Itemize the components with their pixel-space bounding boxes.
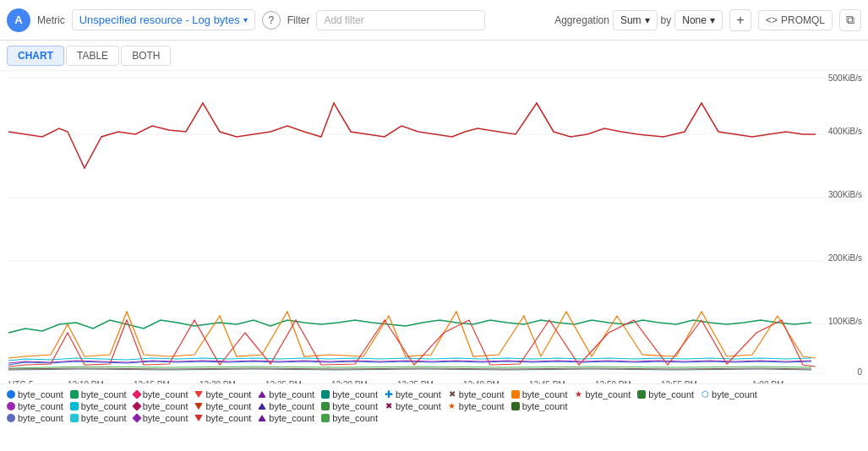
legend-dot-icon — [511, 402, 520, 410]
legend-label: byte_count — [522, 401, 568, 411]
legend-item: ✖ byte_count — [448, 389, 505, 399]
legend-item: byte_count — [7, 413, 63, 423]
svg-text:200KiB/s: 200KiB/s — [828, 253, 862, 263]
legend-item: byte_count — [258, 401, 314, 411]
chart-area: 500KiB/s 400KiB/s 300KiB/s 200KiB/s 100K… — [0, 71, 868, 383]
svg-text:300KiB/s: 300KiB/s — [828, 190, 862, 199]
legend-row-3: byte_count byte_count byte_count byte_co… — [7, 413, 861, 423]
legend-item: byte_count — [511, 401, 568, 411]
tab-both[interactable]: BOTH — [121, 46, 171, 66]
svg-text:500KiB/s: 500KiB/s — [828, 73, 862, 83]
avatar: A — [7, 8, 30, 32]
svg-text:400KiB/s: 400KiB/s — [828, 127, 862, 136]
metric-select[interactable]: Unspecified resource - Log bytes ▾ — [72, 9, 255, 30]
legend-label: byte_count — [18, 389, 63, 399]
legend-dot-icon — [194, 403, 203, 410]
legend-dot-icon — [7, 402, 15, 410]
svg-text:12:40 PM: 12:40 PM — [463, 380, 500, 383]
tab-table[interactable]: TABLE — [66, 46, 119, 66]
copy-icon: ⧉ — [846, 13, 854, 27]
legend-dot-icon: ⬡ — [701, 390, 709, 399]
legend-item: byte_count — [7, 401, 63, 411]
add-button[interactable]: + — [729, 9, 751, 31]
promql-icon: <> — [766, 14, 778, 26]
legend-dot-icon — [132, 413, 141, 422]
legend-item: byte_count — [321, 389, 378, 399]
legend-item: ✚ byte_count — [385, 389, 441, 399]
metric-label: Metric — [37, 14, 65, 26]
legend-label: byte_count — [269, 389, 314, 399]
legend-item: byte_count — [258, 413, 314, 423]
tab-chart[interactable]: CHART — [7, 46, 64, 66]
promql-button[interactable]: <> PROMQL — [758, 10, 833, 30]
legend-dot-icon — [132, 401, 141, 410]
legend-label: byte_count — [269, 401, 314, 411]
aggregation-chevron-icon: ▾ — [645, 14, 650, 26]
legend-dot-icon: ✚ — [385, 390, 393, 399]
svg-text:0: 0 — [857, 367, 862, 377]
none-chevron-icon: ▾ — [710, 14, 715, 26]
promql-label: PROMQL — [781, 14, 825, 26]
legend-dot-icon — [194, 415, 203, 421]
help-button[interactable]: ? — [262, 11, 281, 30]
aggregation-select[interactable]: Sum ▾ — [613, 10, 658, 30]
legend-dot-icon — [321, 402, 330, 410]
legend-label: byte_count — [459, 401, 505, 411]
legend-item: ★ byte_count — [448, 401, 505, 411]
legend-label: byte_count — [332, 413, 378, 423]
svg-text:12:55 PM: 12:55 PM — [661, 380, 697, 383]
legend-label: byte_count — [143, 389, 188, 399]
svg-text:12:20 PM: 12:20 PM — [199, 380, 236, 383]
svg-text:12:35 PM: 12:35 PM — [397, 380, 434, 383]
legend-dot-icon — [7, 390, 15, 399]
metric-chevron-icon: ▾ — [243, 15, 248, 24]
legend-dot-icon — [321, 414, 330, 422]
legend-dot-icon — [258, 415, 266, 421]
aggregation-label: Aggregation — [554, 14, 609, 26]
legend-item: ★ byte_count — [574, 389, 631, 399]
legend-row-2: byte_count byte_count byte_count byte_co… — [7, 401, 861, 411]
legend-item: byte_count — [70, 413, 127, 423]
legend-label: byte_count — [585, 389, 631, 399]
legend-item: byte_count — [258, 389, 314, 399]
legend-label: byte_count — [143, 413, 188, 423]
svg-text:12:25 PM: 12:25 PM — [265, 380, 302, 383]
legend-item: byte_count — [511, 389, 568, 399]
none-value: None — [682, 14, 707, 26]
legend-label: byte_count — [143, 401, 188, 411]
legend-dot-icon — [70, 390, 79, 399]
legend-dot-icon — [70, 414, 79, 422]
legend-item: ✖ byte_count — [385, 401, 441, 411]
none-select[interactable]: None ▾ — [674, 10, 723, 30]
legend-item: byte_count — [194, 401, 251, 411]
legend-item: byte_count — [70, 389, 127, 399]
legend-dot-icon — [194, 391, 203, 398]
legend-label: byte_count — [205, 389, 251, 399]
legend-dot-icon — [7, 414, 15, 422]
legend-dot-icon — [258, 403, 266, 410]
legend-label: byte_count — [269, 413, 314, 423]
svg-text:100KiB/s: 100KiB/s — [828, 317, 862, 326]
view-tabs: CHART TABLE BOTH — [0, 41, 868, 71]
legend-item: byte_count — [7, 389, 63, 399]
metric-select-value: Unspecified resource - Log bytes — [79, 14, 240, 26]
legend-item: byte_count — [321, 401, 378, 411]
svg-text:12:15 PM: 12:15 PM — [134, 380, 170, 383]
svg-text:12:50 PM: 12:50 PM — [595, 380, 631, 383]
copy-button[interactable]: ⧉ — [839, 9, 861, 31]
legend-dot-icon — [321, 390, 330, 399]
legend-label: byte_count — [332, 389, 378, 399]
svg-text:12:10 PM: 12:10 PM — [68, 380, 104, 383]
aggregation-group: Aggregation Sum ▾ by None ▾ — [554, 10, 723, 30]
legend-area: byte_count byte_count byte_count byte_co… — [0, 383, 868, 451]
filter-input[interactable]: Add filter — [316, 10, 485, 30]
legend-label: byte_count — [459, 389, 505, 399]
legend-item: byte_count — [194, 413, 251, 423]
legend-label: byte_count — [18, 401, 63, 411]
legend-dot-icon: ✖ — [385, 402, 393, 410]
legend-row-1: byte_count byte_count byte_count byte_co… — [7, 389, 861, 399]
legend-dot-icon — [258, 391, 266, 398]
aggregation-value: Sum — [620, 14, 641, 26]
legend-dot-icon — [637, 390, 646, 399]
legend-item: byte_count — [637, 389, 694, 399]
